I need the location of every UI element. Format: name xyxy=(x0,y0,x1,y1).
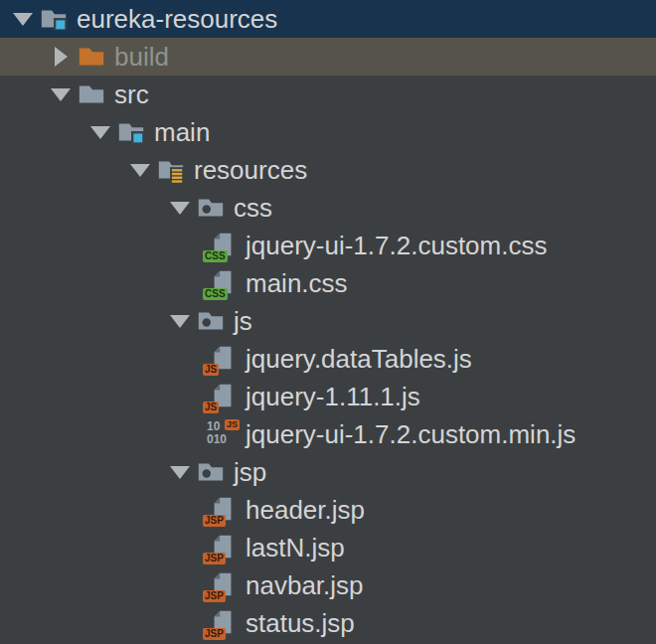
chevron-down-icon[interactable] xyxy=(165,315,195,328)
jsp-badge: JSP xyxy=(203,628,226,640)
package-folder-icon xyxy=(195,456,227,488)
js-file-icon: JS xyxy=(207,381,239,412)
row-label: jquery-1.11.1.js xyxy=(246,378,420,415)
chevron-down-icon[interactable] xyxy=(46,88,76,101)
jsp-file-icon: JSP xyxy=(207,569,239,601)
row-label: resources xyxy=(194,151,307,189)
folder-icon xyxy=(76,79,107,110)
row-label: jquery-ui-1.7.2.custom.css xyxy=(246,227,547,264)
tree-row-main-css[interactable]: CSS main.css xyxy=(0,264,656,302)
minified-js-file-icon: 10 010 JS xyxy=(207,418,239,450)
tree-row-main[interactable]: main xyxy=(0,113,656,151)
package-folder-icon xyxy=(195,305,227,337)
row-label: status.jsp xyxy=(246,604,355,642)
tree-row-navbar-jsp[interactable]: JSP navbar.jsp xyxy=(0,566,656,604)
jsp-badge: JSP xyxy=(203,590,226,602)
tree-row-jquery-ui-custom-css[interactable]: CSS jquery-ui-1.7.2.custom.css xyxy=(0,227,656,264)
css-badge: CSS xyxy=(203,288,228,300)
jsp-file-icon: JSP xyxy=(207,532,239,564)
tree-row-resources[interactable]: resources xyxy=(0,151,656,189)
row-label: lastN.jsp xyxy=(246,529,345,566)
tree-row-status-jsp[interactable]: JSP status.jsp xyxy=(0,604,656,642)
module-folder-icon xyxy=(115,116,147,148)
row-label: jquery.dataTables.js xyxy=(246,340,472,378)
css-file-icon: CSS xyxy=(207,267,239,299)
row-label: navbar.jsp xyxy=(246,566,364,604)
row-label: main.css xyxy=(246,264,348,302)
resources-folder-icon xyxy=(155,154,187,186)
row-label: eureka-resources xyxy=(77,0,277,38)
chevron-down-icon[interactable] xyxy=(8,13,38,26)
minified-glyph-line2: 010 xyxy=(207,432,239,445)
excluded-folder-icon xyxy=(76,41,107,73)
project-tree: eureka-resources build src main resource… xyxy=(0,0,656,644)
js-file-icon: JS xyxy=(207,343,239,375)
tree-row-jsp[interactable]: jsp xyxy=(0,453,656,491)
js-badge: JS xyxy=(203,364,219,376)
jsp-file-icon: JSP xyxy=(207,494,239,526)
tree-row-jquery-ui-custom-min-js[interactable]: 10 010 JS jquery-ui-1.7.2.custom.min.js xyxy=(0,415,656,453)
jsp-file-icon: JSP xyxy=(207,607,239,639)
tree-row-jquery-datatables-js[interactable]: JS jquery.dataTables.js xyxy=(0,340,656,378)
tree-row-js[interactable]: js xyxy=(0,302,656,340)
css-badge: CSS xyxy=(203,250,228,262)
tree-row-src[interactable]: src xyxy=(0,76,656,113)
row-label: header.jsp xyxy=(246,491,365,529)
row-label: css xyxy=(234,189,272,227)
tree-row-css[interactable]: css xyxy=(0,189,656,227)
jsp-badge: JSP xyxy=(203,515,226,527)
package-folder-icon xyxy=(195,192,227,224)
tree-row-jquery-js[interactable]: JS jquery-1.11.1.js xyxy=(0,378,656,415)
chevron-down-icon[interactable] xyxy=(165,466,195,479)
row-label: jsp xyxy=(234,453,266,491)
tree-row-header-jsp[interactable]: JSP header.jsp xyxy=(0,491,656,529)
row-label: main xyxy=(154,113,210,151)
chevron-right-icon[interactable] xyxy=(46,47,76,67)
js-badge: JS xyxy=(225,419,240,430)
chevron-down-icon[interactable] xyxy=(165,202,195,215)
row-label: jquery-ui-1.7.2.custom.min.js xyxy=(246,415,575,453)
chevron-down-icon[interactable] xyxy=(85,126,115,139)
module-folder-icon xyxy=(38,3,70,35)
css-file-icon: CSS xyxy=(207,230,239,261)
row-label: build xyxy=(114,38,169,76)
row-label: src xyxy=(114,76,149,113)
row-label: js xyxy=(234,302,252,340)
tree-row-eureka-resources[interactable]: eureka-resources xyxy=(0,0,656,38)
jsp-badge: JSP xyxy=(203,553,226,564)
tree-row-build[interactable]: build xyxy=(0,38,656,76)
chevron-down-icon[interactable] xyxy=(125,164,155,177)
tree-row-lastn-jsp[interactable]: JSP lastN.jsp xyxy=(0,529,656,566)
js-badge: JS xyxy=(203,402,219,413)
